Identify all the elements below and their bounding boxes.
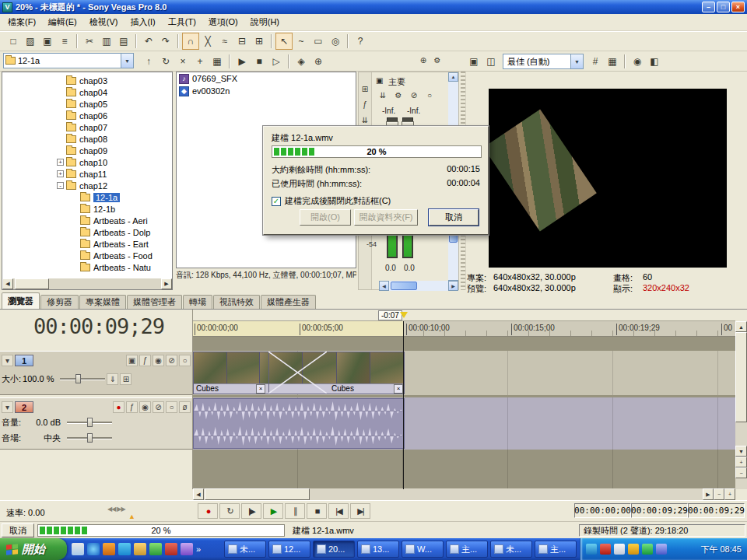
crossfade-overlay[interactable] xyxy=(268,352,327,394)
task-button[interactable]: 未... xyxy=(490,541,532,558)
mute-button[interactable]: ⊘ xyxy=(153,401,164,413)
tab-trimmer[interactable]: 修剪器 xyxy=(40,295,79,309)
tree-item[interactable]: Artbeats - Natu xyxy=(2,261,172,273)
pan-slider[interactable] xyxy=(67,433,112,443)
menu-file[interactable]: 檔案(F) xyxy=(2,14,42,30)
marker-handle[interactable] xyxy=(400,312,408,318)
address-combo[interactable]: 12-1a ▼ xyxy=(3,53,134,68)
delete-button[interactable]: × xyxy=(174,53,191,70)
properties-button[interactable]: ≡ xyxy=(56,33,73,50)
go-to-end-button[interactable]: ▶| xyxy=(350,503,370,519)
tree-item[interactable]: +chap10 xyxy=(2,156,172,168)
file-item[interactable]: ◆ ev00302n xyxy=(177,85,356,97)
ignore-grouping-toggle[interactable]: ⊞ xyxy=(251,33,268,50)
auto-ripple-toggle[interactable]: ≈ xyxy=(216,33,233,50)
menu-view[interactable]: 檢視(V) xyxy=(83,14,124,30)
stop-button[interactable]: ■ xyxy=(307,503,327,519)
play-from-start-button[interactable]: |▶ xyxy=(241,503,261,519)
outlook-icon[interactable] xyxy=(103,543,115,555)
mute-button[interactable]: ⊘ xyxy=(166,355,177,366)
downmix-button[interactable]: ⇊ xyxy=(358,113,372,127)
tab-explorer[interactable]: 瀏覽器 xyxy=(2,292,40,309)
audio-track-lane[interactable] xyxy=(193,397,735,450)
scroll-down-button[interactable]: ▼ xyxy=(735,446,747,457)
auto-crossfade-toggle[interactable]: ╳ xyxy=(199,33,216,50)
envelope-tool-button[interactable]: ~ xyxy=(293,33,310,50)
scroll-up-button[interactable]: ▲ xyxy=(448,72,458,82)
menu-tools[interactable]: 工具(T) xyxy=(162,14,202,30)
scroll-left-button[interactable]: ◀ xyxy=(193,488,204,500)
menu-insert[interactable]: 插入(I) xyxy=(124,14,161,30)
whats-this-button[interactable]: ? xyxy=(352,33,369,50)
display-tray-icon[interactable] xyxy=(586,544,597,555)
track-fx-button[interactable]: ƒ xyxy=(139,355,151,366)
scroll-right-button[interactable]: ▶ xyxy=(161,278,172,289)
scroll-right-button[interactable]: ▶ xyxy=(448,281,458,291)
save-snapshot-button[interactable]: ◧ xyxy=(646,53,663,70)
cut-button[interactable]: ✂ xyxy=(81,33,98,50)
automation-settings-button[interactable]: ◉ xyxy=(153,355,164,366)
selection-start-time[interactable]: 00:00:00;00 xyxy=(574,503,631,518)
timeline-tracks-area[interactable]: -0:07 00:00:00;00 00:00:05;00 00:00:10;0… xyxy=(193,310,735,489)
zoom-out-vertical-button[interactable]: − xyxy=(735,467,747,478)
file-item[interactable]: ♪ 07669_SFX xyxy=(177,72,356,85)
pause-button[interactable]: ∥ xyxy=(285,503,305,519)
make-compositing-child-button[interactable]: ⊞ xyxy=(120,373,132,385)
tab-media-manager[interactable]: 媒體管理者 xyxy=(127,295,182,309)
task-button-active[interactable]: 20... xyxy=(313,541,355,558)
solo-button[interactable]: ○ xyxy=(166,401,177,413)
go-to-start-button[interactable]: |◀ xyxy=(328,503,349,519)
event-fx-button[interactable]: × xyxy=(394,384,403,394)
antivirus-tray-icon[interactable] xyxy=(600,544,611,555)
audio-track-header[interactable]: ▾ 2 ● ƒ ◉ ⊘ ○ ø 音量: 0.0 dB 音場: 中 xyxy=(0,397,192,450)
split-screen-button[interactable]: ◫ xyxy=(482,53,500,70)
tab-video-fx[interactable]: 視訊特效 xyxy=(213,295,260,309)
tree-item[interactable]: Artbeats - Aeri xyxy=(2,215,172,226)
messenger-icon[interactable] xyxy=(149,543,162,555)
marker-label[interactable]: -0:07 xyxy=(378,310,402,320)
tree-horizontal-scrollbar[interactable]: ◀ ▶ xyxy=(2,278,172,289)
menu-help[interactable]: 說明(H) xyxy=(244,14,286,30)
cursor-time-display[interactable]: 00:00:09;29 xyxy=(11,314,187,345)
task-button[interactable]: 12... xyxy=(268,541,310,558)
grid-button[interactable]: ▦ xyxy=(604,53,621,70)
bus-mute-button[interactable]: ⊘ xyxy=(407,88,421,102)
marker-bar[interactable]: -0:07 xyxy=(193,310,735,321)
paint-icon[interactable] xyxy=(181,543,193,555)
start-button[interactable]: 開始 xyxy=(0,538,67,560)
track-minimize-button[interactable]: ▾ xyxy=(2,355,13,366)
save-button[interactable]: ▣ xyxy=(39,33,56,50)
network-tray-icon[interactable] xyxy=(642,544,653,555)
insert-bus-button[interactable]: ⊞ xyxy=(358,82,372,96)
scroll-up-button[interactable]: ▲ xyxy=(735,321,747,332)
scroll-left-button[interactable]: ◀ xyxy=(2,278,13,289)
open-button[interactable]: 開啟(O) xyxy=(300,209,351,226)
empty-timeline-area[interactable] xyxy=(193,450,735,489)
views-button[interactable]: ▦ xyxy=(209,53,226,70)
tree-item[interactable]: chap07 xyxy=(2,121,172,133)
task-button[interactable]: W... xyxy=(402,541,444,558)
invert-phase-button[interactable]: ø xyxy=(179,401,191,413)
task-button[interactable]: 未... xyxy=(224,541,266,558)
dock-horizontal-scrollbar[interactable]: ◀ ▶ xyxy=(379,281,458,291)
new-folder-button[interactable]: + xyxy=(191,53,209,70)
quick-launch-overflow-chevron[interactable]: » xyxy=(196,544,201,554)
scrollbar-thumb[interactable] xyxy=(205,488,310,500)
tree-item[interactable]: +chap11 xyxy=(2,168,172,180)
downmix-output-button[interactable]: ⇊ xyxy=(376,88,390,102)
play-button[interactable]: ▶ xyxy=(263,503,283,519)
timeline-horizontal-scrollbar[interactable]: ◀ ▶ − + xyxy=(193,488,735,500)
video-output-button[interactable]: ▣ xyxy=(465,53,482,70)
winamp-icon[interactable] xyxy=(165,543,177,555)
scroll-right-button[interactable]: ▶ xyxy=(703,488,714,500)
bus-solo-button[interactable]: ○ xyxy=(423,88,437,102)
tree-item-selected[interactable]: 12-1a xyxy=(2,191,172,203)
selection-end-time[interactable]: 00:00:09;29 xyxy=(631,503,688,518)
track-motion-button[interactable]: ▣ xyxy=(126,355,138,366)
redo-button[interactable]: ↷ xyxy=(157,33,174,50)
zoom-tool-button[interactable]: ◎ xyxy=(327,33,344,50)
timeline-vertical-scrollbar[interactable]: ▲ ▼ + − xyxy=(735,321,747,489)
video-track-lane[interactable]: Cubes× Cubes× xyxy=(193,351,735,395)
track-number[interactable]: 1 xyxy=(15,355,33,366)
tab-media-generators[interactable]: 媒體產生器 xyxy=(261,295,316,309)
